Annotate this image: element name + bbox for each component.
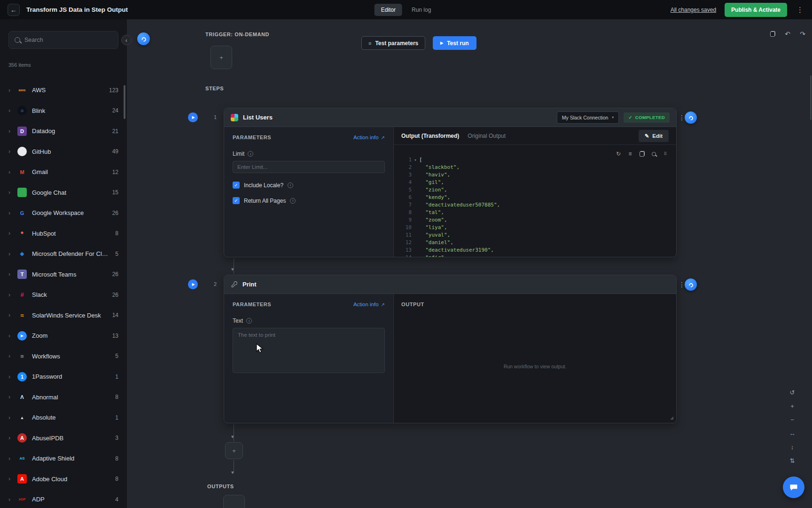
sidebar-item-adp[interactable]: ›ADPADP4	[0, 489, 127, 508]
sidebar-item-abuseipdb[interactable]: ›AAbuseIPDB3	[0, 428, 127, 449]
sidebar-item-workflows[interactable]: ›≡Workflows5	[0, 346, 127, 367]
return-all-pages-checkbox[interactable]: ✓ Return All Pages i	[233, 197, 385, 204]
search-box[interactable]	[8, 31, 118, 49]
sidebar-item-google-workspace[interactable]: ›GGoogle Workspace26	[0, 203, 127, 223]
chevron-right-icon: ›	[8, 394, 12, 400]
step-menu-icon[interactable]: ⋮	[679, 281, 685, 288]
tab-editor[interactable]: Editor	[375, 4, 402, 16]
sidebar-item-microsoft-defender-for-cloud[interactable]: ›◆Microsoft Defender For Cloud5	[0, 244, 127, 264]
search-code-icon[interactable]	[648, 149, 659, 159]
fit-height-icon[interactable]: ↕	[788, 442, 797, 452]
resize-handle-icon[interactable]: ◢	[670, 415, 673, 420]
connection-select[interactable]: My Slack Connection ▾	[557, 111, 619, 124]
copy-icon[interactable]	[637, 149, 647, 159]
sidebar-item-aws[interactable]: ›awsAWS123	[0, 80, 127, 101]
sidebar-item-microsoft-teams[interactable]: ›TMicrosoft Teams26	[0, 264, 127, 285]
tab-output-transformed[interactable]: Output (Transformed)	[401, 133, 459, 139]
microsoft-defender-for-cloud-icon: ◆	[17, 249, 27, 259]
chevron-right-icon: ›	[8, 353, 12, 359]
sidebar-item-abnormal[interactable]: ›ΛAbnormal8	[0, 387, 127, 408]
include-locale-checkbox[interactable]: ✓ Include Locale? i	[233, 182, 385, 189]
include-locale-label: Include Locale?	[244, 182, 283, 189]
topbar-menu-icon[interactable]: ⋮	[796, 6, 804, 13]
checkbox-checked-icon: ✓	[233, 182, 240, 189]
test-parameters-button[interactable]: ≡ Test parameters	[361, 36, 425, 50]
page-scrollbar[interactable]	[810, 75, 812, 120]
sidebar-item-label: GitHub	[32, 148, 107, 155]
run-step-button[interactable]: ▶	[188, 279, 198, 289]
search-input[interactable]	[24, 37, 112, 43]
line-number: 4	[399, 179, 412, 186]
sidebar-collapse-button[interactable]: ‹	[121, 35, 132, 45]
sidebar-list: ›awsAWS123›○Blink24›DDatadog21›GitHub49›…	[0, 80, 127, 508]
chevron-right-icon: ›	[8, 251, 12, 257]
refresh-icon[interactable]: ↻	[613, 149, 624, 159]
back-button[interactable]: ←	[8, 4, 20, 16]
reset-view-icon[interactable]: ↺	[788, 388, 797, 397]
sidebar-item-blink[interactable]: ›○Blink24	[0, 101, 127, 121]
text-input[interactable]	[233, 328, 385, 373]
publish-activate-button[interactable]: Publish & Activate	[725, 3, 787, 17]
test-run-button[interactable]: ▶ Test run	[433, 36, 476, 50]
step-header[interactable]: List Users My Slack Connection ▾ ✓ COMPL…	[224, 108, 676, 127]
sidebar-item-github[interactable]: ›GitHub49	[0, 142, 127, 162]
collapse-rail-icon[interactable]: ⇅	[788, 456, 797, 465]
google-workspace-icon: G	[17, 208, 27, 218]
undo-icon[interactable]: ↶	[783, 29, 792, 39]
zoom-out-icon[interactable]: −	[788, 415, 797, 424]
step-header[interactable]: Print	[224, 275, 676, 294]
sidebar-item-slack[interactable]: ›#Slack26	[0, 285, 127, 305]
align-icon[interactable]: ≡	[625, 149, 635, 159]
sidebar-scrollbar[interactable]	[124, 85, 125, 119]
chevron-right-icon: ›	[8, 148, 12, 155]
add-step-node[interactable]: +	[225, 442, 243, 459]
sidebar-item-absolute[interactable]: ›▲Absolute1	[0, 407, 127, 428]
edit-button[interactable]: ✎ Edit	[639, 130, 669, 142]
all-changes-saved-link[interactable]: All changes saved	[671, 7, 716, 13]
code-editor-lines[interactable]: 1▾[2 "slackbot",3 "haviv",4 "gil",5 "zio…	[394, 145, 676, 257]
drag-handle-icon[interactable]: ⠿	[660, 149, 671, 159]
action-info-link[interactable]: Action info ↗	[353, 302, 385, 307]
outputs-node[interactable]	[223, 495, 245, 508]
gmail-icon: M	[17, 167, 27, 177]
sidebar-item-datadog[interactable]: ›DDatadog21	[0, 121, 127, 142]
copilot-step-button[interactable]	[685, 111, 697, 124]
sidebar-item-hubspot[interactable]: ›*HubSpot8	[0, 223, 127, 244]
step-menu-icon[interactable]: ⋮	[679, 114, 685, 121]
sidebar-item-count: 15	[112, 189, 118, 196]
copilot-button[interactable]	[137, 32, 150, 45]
copilot-step-button[interactable]	[685, 278, 697, 291]
code-line: 7 "deactivateduser507885",	[399, 201, 676, 209]
fit-width-icon[interactable]: ↔	[788, 429, 797, 438]
redo-icon[interactable]: ↷	[798, 29, 807, 39]
trigger-node[interactable]: +	[211, 46, 232, 69]
sidebar-item-count: 13	[112, 333, 118, 339]
sidebar-item-zoom[interactable]: ›▶Zoom13	[0, 325, 127, 346]
zoom-in-icon[interactable]: +	[788, 401, 797, 411]
tab-run-log[interactable]: Run log	[405, 4, 437, 16]
sidebar-item-label: Microsoft Teams	[32, 271, 107, 278]
sidebar-item-solarwinds-service-desk[interactable]: ›≈SolarWinds Service Desk14	[0, 305, 127, 326]
action-info-link[interactable]: Action info ↗	[353, 135, 385, 140]
sidebar-item-gmail[interactable]: ›MGmail12	[0, 162, 127, 183]
limit-input[interactable]	[233, 161, 385, 173]
code-line: 3 "haviv",	[399, 171, 676, 179]
sidebar-item-label: HubSpot	[32, 230, 110, 237]
code-line: 14 "nfir",	[399, 254, 676, 257]
sidebar-item-label: Absolute	[32, 414, 110, 421]
chat-fab-button[interactable]	[783, 476, 804, 498]
tab-original-output[interactable]: Original Output	[468, 133, 506, 139]
sidebar-item-adaptive-shield[interactable]: ›ASAdaptive Shield8	[0, 448, 127, 469]
run-step-button[interactable]: ▶	[188, 112, 198, 122]
line-number: 6	[399, 194, 412, 201]
sidebar-item-count: 26	[112, 210, 118, 216]
sidebar-item-1password[interactable]: ›11Password1	[0, 366, 127, 387]
connection-label: My Slack Connection	[562, 115, 609, 120]
sidebar-item-google-chat[interactable]: ›Google Chat15	[0, 183, 127, 203]
connector-arrow-icon: ▾	[231, 434, 234, 440]
duplicate-icon[interactable]	[768, 29, 777, 39]
sidebar-item-adobe-cloud[interactable]: ›AAdobe Cloud8	[0, 469, 127, 490]
code-line: 8 "tal",	[399, 209, 676, 216]
output-panel: OUTPUT Run workflow to view output. ◢	[394, 294, 676, 423]
test-run-label: Test run	[447, 40, 468, 47]
